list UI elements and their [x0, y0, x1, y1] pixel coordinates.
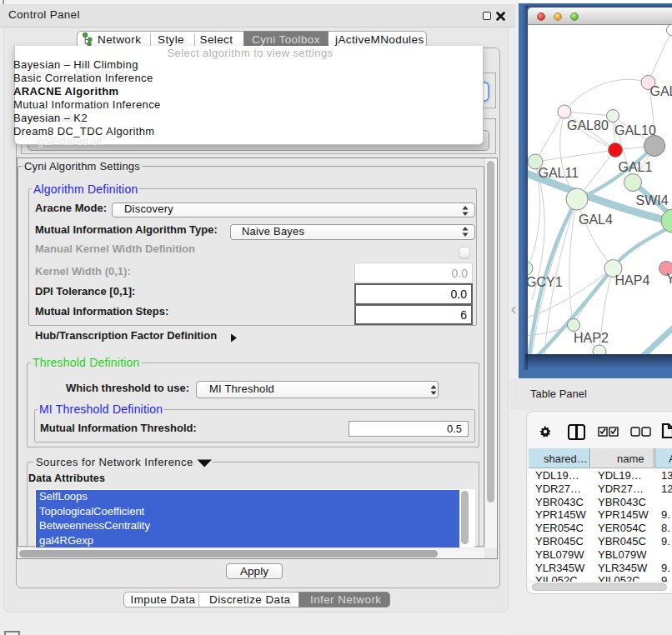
- svg-text:GAL1: GAL1: [619, 160, 653, 174]
- svg-text:GAL4: GAL4: [579, 212, 613, 227]
- svg-text:YK: YK: [666, 272, 672, 286]
- svg-text:SWI4: SWI4: [636, 193, 669, 208]
- svg-text:GAL11: GAL11: [539, 166, 579, 180]
- svg-text:GAL10: GAL10: [614, 123, 656, 138]
- svg-text:GAL7: GAL7: [650, 84, 672, 98]
- svg-text:GAL80: GAL80: [567, 118, 609, 132]
- svg-text:HAP4: HAP4: [615, 273, 650, 288]
- svg-text:GCY1: GCY1: [528, 275, 563, 289]
- svg-text:HAP2: HAP2: [574, 331, 609, 345]
